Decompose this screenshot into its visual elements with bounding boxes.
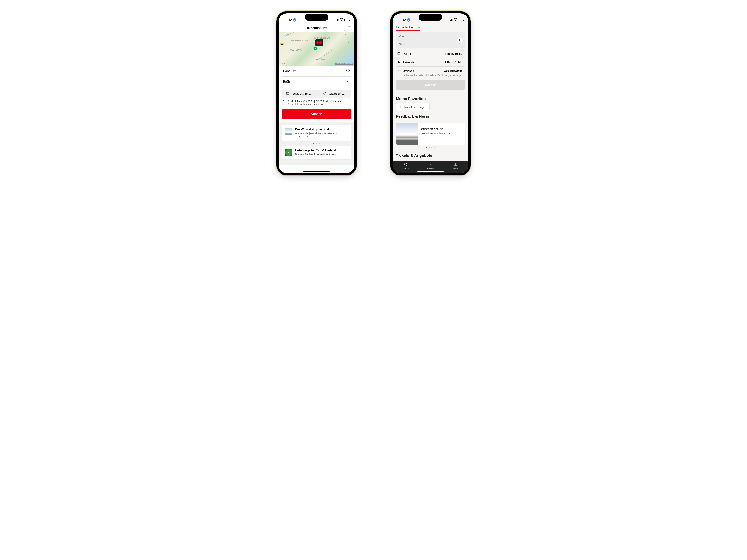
swap-icon[interactable] xyxy=(346,80,350,84)
svg-point-22 xyxy=(430,164,430,165)
search-button-disabled[interactable]: Suchen xyxy=(396,80,465,90)
phone-frame-right: 10:12 ➤ Einfache Fahrt ⌄ Von xyxy=(390,11,471,176)
person-icon xyxy=(397,60,401,64)
route-badge: 56 xyxy=(280,43,284,45)
from-station-field[interactable]: Bonn Hbf xyxy=(282,66,351,77)
swap-button[interactable] xyxy=(457,37,463,43)
add-favorite-label: Favorit hinzufügen xyxy=(403,105,426,109)
home-indicator[interactable] xyxy=(417,171,443,172)
star-icon: ☆ xyxy=(399,105,402,109)
locate-icon[interactable] xyxy=(346,69,350,73)
travelers-value: 1 Erw. | 2. Kl. xyxy=(445,61,462,64)
battery-icon xyxy=(344,19,349,21)
add-favorite-button[interactable]: ☆ Favorit hinzufügen xyxy=(396,103,430,111)
svg-point-20 xyxy=(404,163,404,163)
svg-rect-21 xyxy=(429,163,432,165)
svg-point-1 xyxy=(348,70,349,71)
cellular-icon xyxy=(336,19,339,21)
map-street-label: REES ALLEE xyxy=(315,58,325,60)
from-input[interactable]: Von xyxy=(396,32,465,40)
svg-point-19 xyxy=(398,61,400,62)
promo-area: Der Winterfahrplan ist da Buchen Sie jet… xyxy=(279,122,355,165)
page-indicator xyxy=(392,147,468,148)
location-services-icon: ➤ xyxy=(293,18,297,22)
date-label: Datum xyxy=(403,52,445,55)
menu-icon[interactable]: ☰ xyxy=(347,26,351,30)
map-street-label: PRINZ-ALBERT-STR xyxy=(319,50,333,59)
date-row[interactable]: Datum Heute, 10:11 › xyxy=(396,50,465,58)
chevron-down-icon: ⌄ xyxy=(418,25,420,29)
transit-icon xyxy=(316,41,319,44)
chevron-right-icon: › xyxy=(463,52,464,55)
search-options-row[interactable]: 2. Kl | 1 Pers. (15-26 J.) | BC 25 2. Kl… xyxy=(282,98,351,108)
status-time: 10:12 xyxy=(284,18,292,22)
news-card[interactable]: Winterfahrplan Der Winterfahrplan ist da xyxy=(396,123,465,145)
news-heading: Feedback & News xyxy=(392,111,468,121)
screen-left: 10:12 ➤ Reiseauskunft ☰ BONN-ZENTRUM WES… xyxy=(279,14,355,173)
date-value: Heute, 10:11 xyxy=(445,52,462,55)
svg-rect-15 xyxy=(398,52,400,55)
promo-card[interactable]: Der Winterfahrplan ist da Buchen Sie jet… xyxy=(282,125,351,141)
promo-card[interactable]: VRS Unterwegs in Köln & Umland Buchen Si… xyxy=(282,146,351,159)
clock-icon xyxy=(323,92,326,96)
location-services-icon: ➤ xyxy=(407,18,410,22)
date-button[interactable]: Heute, Di., 18.10. xyxy=(282,89,317,98)
wifi-icon xyxy=(340,18,343,22)
to-station-field[interactable]: Brühl xyxy=(282,77,351,87)
time-value: Abfahrt 10:12 xyxy=(328,92,344,95)
profile-icon xyxy=(454,162,458,167)
map-district-label: BONN-ZENTRUM xyxy=(313,37,330,39)
chevron-right-icon: › xyxy=(463,69,464,73)
map-station-pin[interactable] xyxy=(315,39,323,46)
news-image xyxy=(396,123,418,145)
map-view[interactable]: BONN-ZENTRUM WESTSTADT THOMASTRASSE HERW… xyxy=(279,32,355,66)
news-title: Winterfahrplan xyxy=(421,127,450,131)
options-value: Voreingestellt xyxy=(443,69,462,73)
station-input-group: Von Nach xyxy=(396,32,465,48)
tab-book[interactable]: Buchen xyxy=(392,161,418,171)
svg-rect-6 xyxy=(286,92,289,95)
map-district-label: WESTSTADT xyxy=(290,49,302,51)
tab-travel[interactable]: Reisen xyxy=(418,161,443,171)
route-icon xyxy=(403,162,407,167)
app-header: Reiseauskunft ☰ xyxy=(279,24,355,32)
calendar-icon xyxy=(397,52,401,56)
time-button[interactable]: Abfahrt 10:12 xyxy=(317,89,351,98)
svg-point-14 xyxy=(285,102,285,103)
tab-book-label: Buchen xyxy=(402,168,409,170)
trip-type-label: Einfache Fahrt xyxy=(396,26,417,29)
map-street-label: BRASSERTUFER xyxy=(344,30,350,43)
map-legal-link[interactable]: Rechtl. Informationen xyxy=(335,62,353,64)
promo-subtitle: Buchen Sie jetzt Tickets für Reisen ab 1… xyxy=(295,132,348,138)
home-indicator[interactable] xyxy=(304,171,330,172)
sbahn-icon[interactable]: S xyxy=(313,47,317,50)
swap-icon xyxy=(459,39,462,42)
screen-right: 10:12 ➤ Einfache Fahrt ⌄ Von xyxy=(392,14,468,173)
transit-icon xyxy=(319,41,322,44)
map-attribution: Karten xyxy=(281,62,286,64)
date-value: Heute, Di., 18.10. xyxy=(290,92,312,95)
map-street-label: THOMASTRASSE xyxy=(282,31,295,37)
offers-heading: Tickets & Angebote xyxy=(392,150,468,160)
ticket-icon xyxy=(429,163,433,166)
calendar-icon xyxy=(286,92,289,96)
promo-thumbnail xyxy=(285,128,292,135)
to-station-value: Brühl xyxy=(283,80,290,84)
from-station-value: Bonn Hbf xyxy=(283,69,297,73)
travelers-label: Reisende xyxy=(403,61,445,64)
tab-profile[interactable]: Profil xyxy=(443,161,468,171)
to-input[interactable]: Nach xyxy=(396,40,465,48)
map-street-label: HERWARTHSTRASSE xyxy=(291,39,308,41)
filter-icon xyxy=(397,69,401,73)
status-time: 10:12 xyxy=(398,18,406,22)
svg-point-26 xyxy=(455,163,456,164)
svg-point-23 xyxy=(430,164,431,165)
filter-icon xyxy=(283,100,286,104)
options-text-2: Schnellste Verbindungen anzeigen xyxy=(288,103,342,105)
tab-profile-label: Profil xyxy=(454,167,458,170)
trip-type-tab[interactable]: Einfache Fahrt ⌄ xyxy=(396,25,420,31)
svg-rect-25 xyxy=(454,163,457,165)
search-button[interactable]: Suchen xyxy=(282,109,351,119)
favorites-heading: Meine Favoriten xyxy=(392,93,468,103)
travelers-row[interactable]: Reisende 1 Erw. | 2. Kl. › xyxy=(396,58,465,66)
